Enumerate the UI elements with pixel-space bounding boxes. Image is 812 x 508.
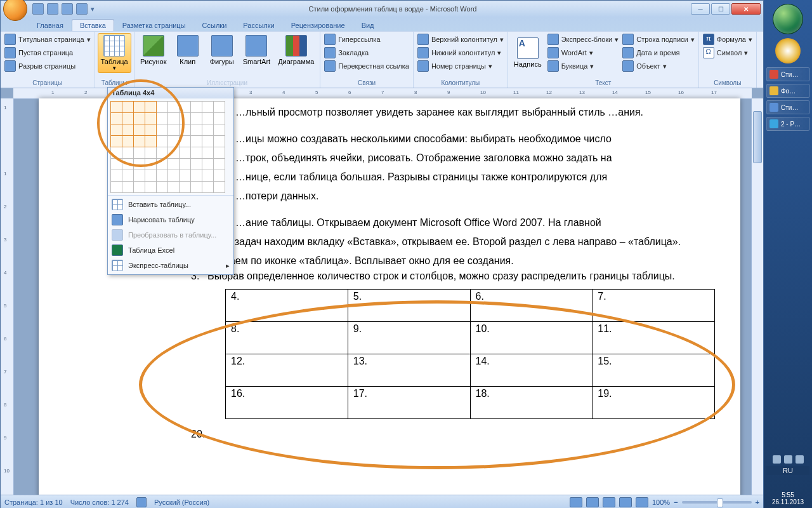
grid-cell[interactable] <box>213 158 225 170</box>
tab-insert[interactable]: Вставка <box>72 19 114 31</box>
table-cell[interactable]: 5. <box>348 290 470 322</box>
chart-button[interactable]: Диаграмма <box>275 33 317 67</box>
draw-table-item[interactable]: Нарисовать таблицу <box>108 212 233 227</box>
undo-icon[interactable] <box>47 3 58 15</box>
grid-cell[interactable] <box>145 135 157 147</box>
page-break-button[interactable]: Разрыв страницы <box>3 60 92 72</box>
start-button[interactable] <box>773 4 803 34</box>
zoom-in-button[interactable]: + <box>756 498 759 506</box>
table-cell[interactable]: 4. <box>226 290 348 322</box>
shapes-button[interactable]: Фигуры <box>206 33 239 67</box>
taskbar-item[interactable]: Фо… <box>766 84 809 98</box>
table-cell[interactable]: 11. <box>593 322 715 354</box>
status-language[interactable]: Русский (Россия) <box>154 498 209 506</box>
grid-cell[interactable] <box>145 170 157 182</box>
insert-table-item[interactable]: Вставить таблицу... <box>108 197 233 212</box>
grid-cell[interactable] <box>190 101 202 113</box>
wordart-button[interactable]: WordArt ▾ <box>546 46 620 59</box>
tray-icon[interactable] <box>773 455 781 464</box>
grid-cell[interactable] <box>179 147 191 159</box>
grid-cell[interactable] <box>156 112 168 124</box>
grid-cell[interactable] <box>167 158 180 170</box>
ruler-vertical[interactable]: 112345678910 <box>1 98 14 495</box>
grid-cell[interactable] <box>156 158 168 170</box>
spellcheck-icon[interactable] <box>76 3 88 15</box>
grid-cell[interactable] <box>202 135 214 147</box>
grid-cell[interactable] <box>156 170 168 182</box>
grid-cell[interactable] <box>179 124 191 136</box>
tab-page-layout[interactable]: Разметка страницы <box>114 19 194 31</box>
table-cell[interactable]: 13. <box>348 354 470 387</box>
table-cell[interactable]: 6. <box>470 290 593 322</box>
grid-cell[interactable] <box>190 170 202 182</box>
grid-cell[interactable] <box>190 135 202 147</box>
smartart-button[interactable]: SmartArt <box>240 33 273 67</box>
redo-icon[interactable] <box>62 3 73 15</box>
grid-cell[interactable] <box>167 181 180 193</box>
grid-cell[interactable] <box>167 147 180 159</box>
grid-cell[interactable] <box>167 124 180 136</box>
view-draft-icon[interactable] <box>636 497 648 507</box>
grid-cell[interactable] <box>133 112 145 124</box>
grid-cell[interactable] <box>110 135 122 147</box>
grid-cell[interactable] <box>145 124 157 136</box>
table-cell[interactable]: 8. <box>226 322 348 354</box>
view-print-icon[interactable] <box>570 497 582 507</box>
grid-cell[interactable] <box>167 101 180 113</box>
grid-cell[interactable] <box>122 135 134 147</box>
zoom-slider[interactable] <box>682 501 752 504</box>
grid-cell[interactable] <box>122 124 134 136</box>
language-indicator[interactable]: RU <box>766 466 809 475</box>
save-icon[interactable] <box>32 3 44 15</box>
grid-cell[interactable] <box>213 101 225 113</box>
grid-cell[interactable] <box>110 112 122 124</box>
grid-cell[interactable] <box>122 181 134 193</box>
grid-cell[interactable] <box>202 181 214 193</box>
cover-page-button[interactable]: Титульная страница ▾ <box>3 33 92 46</box>
quickparts-button[interactable]: Экспресс-блоки ▾ <box>546 33 620 46</box>
grid-cell[interactable] <box>133 147 145 159</box>
grid-cell[interactable] <box>167 112 180 124</box>
clipart-button[interactable]: Клип <box>171 33 204 67</box>
scroll-thumb[interactable] <box>753 111 762 163</box>
grid-cell[interactable] <box>133 170 145 182</box>
tab-home[interactable]: Главная <box>29 19 72 31</box>
table-cell[interactable]: 7. <box>593 290 715 322</box>
equation-button[interactable]: πФормула ▾ <box>702 33 754 46</box>
tab-references[interactable]: Ссылки <box>194 19 235 31</box>
grid-cell[interactable] <box>110 101 122 113</box>
express-tables-item[interactable]: Экспресс-таблицы▸ <box>108 258 233 273</box>
grid-cell[interactable] <box>156 101 168 113</box>
minimize-button[interactable]: ─ <box>691 3 710 15</box>
header-button[interactable]: Верхний колонтитул ▾ <box>416 33 505 46</box>
grid-cell[interactable] <box>179 158 191 170</box>
grid-cell[interactable] <box>190 112 202 124</box>
grid-cell[interactable] <box>179 170 191 182</box>
table-cell[interactable]: 10. <box>470 322 593 354</box>
crossref-button[interactable]: Перекрестная ссылка <box>323 60 410 72</box>
zoom-slider-thumb[interactable] <box>717 498 723 507</box>
spellcheck-status-icon[interactable] <box>136 497 147 507</box>
taskbar-item[interactable]: 2 - P… <box>766 117 809 131</box>
excel-table-item[interactable]: Таблица Excel <box>108 243 233 258</box>
symbol-button[interactable]: ΩСимвол ▾ <box>702 46 754 59</box>
grid-cell[interactable] <box>122 170 134 182</box>
grid-cell[interactable] <box>145 147 157 159</box>
zoom-out-button[interactable]: − <box>674 498 678 506</box>
grid-cell[interactable] <box>202 101 214 113</box>
grid-cell[interactable] <box>133 124 145 136</box>
tray-icon[interactable] <box>784 455 792 464</box>
hyperlink-button[interactable]: Гиперссылка <box>323 33 410 46</box>
table-cell[interactable]: 9. <box>348 322 470 354</box>
grid-cell[interactable] <box>133 135 145 147</box>
grid-cell[interactable] <box>122 101 134 113</box>
close-button[interactable]: ✕ <box>731 3 761 15</box>
clock[interactable]: 5:55 26.11.2013 <box>764 491 812 505</box>
status-page[interactable]: Страница: 1 из 10 <box>4 498 63 506</box>
page-number-button[interactable]: Номер страницы ▾ <box>416 60 505 72</box>
picture-button[interactable]: Рисунок <box>137 33 170 67</box>
table-cell[interactable]: 16. <box>226 387 348 419</box>
maximize-button[interactable]: ☐ <box>711 3 730 15</box>
view-read-icon[interactable] <box>586 497 599 507</box>
grid-cell[interactable] <box>202 147 214 159</box>
